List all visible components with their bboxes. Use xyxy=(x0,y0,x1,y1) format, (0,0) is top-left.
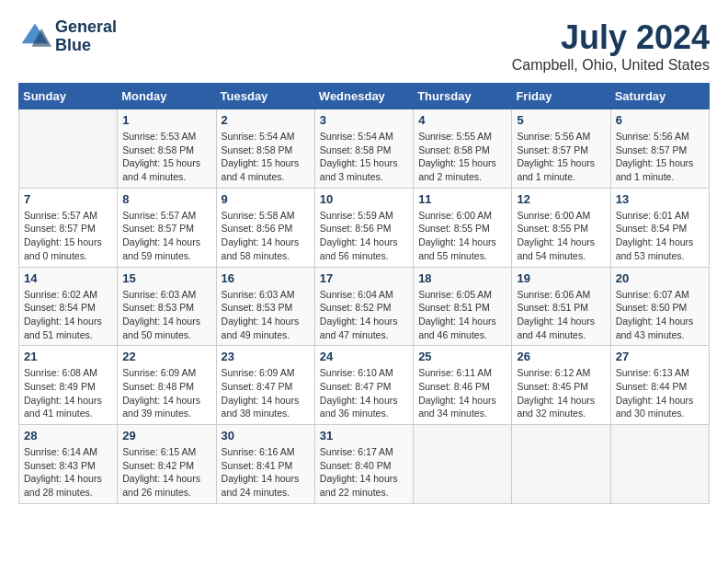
subtitle: Campbell, Ohio, United States xyxy=(512,57,710,74)
calendar-cell: 18Sunrise: 6:05 AM Sunset: 8:51 PM Dayli… xyxy=(414,267,512,346)
day-info: Sunrise: 6:02 AM Sunset: 8:54 PM Dayligh… xyxy=(24,288,112,342)
day-info: Sunrise: 6:04 AM Sunset: 8:52 PM Dayligh… xyxy=(320,288,408,342)
day-info: Sunrise: 6:11 AM Sunset: 8:46 PM Dayligh… xyxy=(418,366,506,420)
day-info: Sunrise: 5:53 AM Sunset: 8:58 PM Dayligh… xyxy=(122,130,210,184)
header-day-tuesday: Tuesday xyxy=(216,84,314,109)
title-block: July 2024 Campbell, Ohio, United States xyxy=(512,18,710,74)
calendar-cell: 15Sunrise: 6:03 AM Sunset: 8:53 PM Dayli… xyxy=(118,267,216,346)
day-number: 3 xyxy=(320,113,408,127)
day-info: Sunrise: 6:16 AM Sunset: 8:41 PM Dayligh… xyxy=(222,445,310,500)
header-day-sunday: Sunday xyxy=(19,84,118,109)
day-info: Sunrise: 5:57 AM Sunset: 8:57 PM Dayligh… xyxy=(122,209,210,263)
calendar-cell xyxy=(19,109,118,189)
day-number: 24 xyxy=(320,350,408,363)
day-info: Sunrise: 6:01 AM Sunset: 8:54 PM Dayligh… xyxy=(616,209,704,263)
calendar-cell: 6Sunrise: 5:56 AM Sunset: 8:57 PM Daylig… xyxy=(610,109,709,189)
logo-icon xyxy=(18,20,51,53)
day-number: 27 xyxy=(616,350,704,363)
day-info: Sunrise: 6:03 AM Sunset: 8:53 PM Dayligh… xyxy=(222,288,310,342)
header-day-wednesday: Wednesday xyxy=(314,84,413,109)
day-number: 10 xyxy=(320,192,408,206)
day-number: 29 xyxy=(122,429,210,442)
calendar-week-3: 14Sunrise: 6:02 AM Sunset: 8:54 PM Dayli… xyxy=(19,267,710,346)
calendar-week-2: 7Sunrise: 5:57 AM Sunset: 8:57 PM Daylig… xyxy=(19,188,710,267)
day-number: 15 xyxy=(122,271,210,285)
header-day-friday: Friday xyxy=(512,84,610,109)
day-info: Sunrise: 6:14 AM Sunset: 8:43 PM Dayligh… xyxy=(24,445,112,500)
day-number: 21 xyxy=(24,350,112,363)
calendar-cell: 1Sunrise: 5:53 AM Sunset: 8:58 PM Daylig… xyxy=(118,109,216,189)
day-number: 28 xyxy=(24,429,112,442)
calendar-cell: 11Sunrise: 6:00 AM Sunset: 8:55 PM Dayli… xyxy=(414,188,512,267)
day-number: 20 xyxy=(616,271,704,285)
calendar-cell: 24Sunrise: 6:10 AM Sunset: 8:47 PM Dayli… xyxy=(314,346,413,425)
day-info: Sunrise: 5:57 AM Sunset: 8:57 PM Dayligh… xyxy=(24,209,112,263)
calendar-body: 1Sunrise: 5:53 AM Sunset: 8:58 PM Daylig… xyxy=(19,109,710,504)
calendar-cell: 19Sunrise: 6:06 AM Sunset: 8:51 PM Dayli… xyxy=(512,267,610,346)
calendar-cell: 31Sunrise: 6:17 AM Sunset: 8:40 PM Dayli… xyxy=(314,425,413,504)
day-number: 26 xyxy=(517,350,605,363)
calendar-cell: 22Sunrise: 6:09 AM Sunset: 8:48 PM Dayli… xyxy=(118,346,216,425)
day-number: 6 xyxy=(616,113,704,127)
day-info: Sunrise: 6:00 AM Sunset: 8:55 PM Dayligh… xyxy=(517,209,605,263)
calendar-cell: 12Sunrise: 6:00 AM Sunset: 8:55 PM Dayli… xyxy=(512,188,610,267)
calendar-cell: 29Sunrise: 6:15 AM Sunset: 8:42 PM Dayli… xyxy=(118,425,216,504)
day-info: Sunrise: 6:09 AM Sunset: 8:48 PM Dayligh… xyxy=(122,366,210,420)
calendar-cell: 25Sunrise: 6:11 AM Sunset: 8:46 PM Dayli… xyxy=(414,346,512,425)
calendar-cell: 16Sunrise: 6:03 AM Sunset: 8:53 PM Dayli… xyxy=(216,267,314,346)
day-info: Sunrise: 6:08 AM Sunset: 8:49 PM Dayligh… xyxy=(24,366,112,420)
calendar-cell xyxy=(414,425,512,504)
main-title: July 2024 xyxy=(512,18,710,57)
calendar-week-1: 1Sunrise: 5:53 AM Sunset: 8:58 PM Daylig… xyxy=(19,109,710,189)
day-number: 13 xyxy=(616,192,704,206)
calendar-cell: 14Sunrise: 6:02 AM Sunset: 8:54 PM Dayli… xyxy=(19,267,118,346)
calendar-cell: 21Sunrise: 6:08 AM Sunset: 8:49 PM Dayli… xyxy=(19,346,118,425)
day-info: Sunrise: 5:54 AM Sunset: 8:58 PM Dayligh… xyxy=(320,130,408,184)
day-info: Sunrise: 5:55 AM Sunset: 8:58 PM Dayligh… xyxy=(418,130,506,184)
header-day-monday: Monday xyxy=(118,84,216,109)
day-number: 30 xyxy=(222,429,310,442)
calendar-cell: 13Sunrise: 6:01 AM Sunset: 8:54 PM Dayli… xyxy=(610,188,709,267)
calendar-table: SundayMondayTuesdayWednesdayThursdayFrid… xyxy=(18,83,710,504)
calendar-cell: 10Sunrise: 5:59 AM Sunset: 8:56 PM Dayli… xyxy=(314,188,413,267)
day-number: 11 xyxy=(418,192,506,206)
calendar-header: SundayMondayTuesdayWednesdayThursdayFrid… xyxy=(19,84,710,109)
header-day-thursday: Thursday xyxy=(414,84,512,109)
day-info: Sunrise: 6:15 AM Sunset: 8:42 PM Dayligh… xyxy=(122,445,210,500)
calendar-cell xyxy=(610,425,709,504)
header-row: SundayMondayTuesdayWednesdayThursdayFrid… xyxy=(19,84,710,109)
day-number: 5 xyxy=(517,113,605,127)
day-number: 18 xyxy=(418,271,506,285)
calendar-cell: 8Sunrise: 5:57 AM Sunset: 8:57 PM Daylig… xyxy=(118,188,216,267)
day-info: Sunrise: 5:56 AM Sunset: 8:57 PM Dayligh… xyxy=(616,130,704,184)
calendar-cell: 23Sunrise: 6:09 AM Sunset: 8:47 PM Dayli… xyxy=(216,346,314,425)
day-number: 23 xyxy=(222,350,310,363)
day-info: Sunrise: 6:17 AM Sunset: 8:40 PM Dayligh… xyxy=(320,445,408,500)
day-number: 25 xyxy=(418,350,506,363)
day-info: Sunrise: 6:00 AM Sunset: 8:55 PM Dayligh… xyxy=(418,209,506,263)
day-number: 17 xyxy=(320,271,408,285)
day-info: Sunrise: 6:10 AM Sunset: 8:47 PM Dayligh… xyxy=(320,366,408,420)
calendar-week-5: 28Sunrise: 6:14 AM Sunset: 8:43 PM Dayli… xyxy=(19,425,710,504)
day-info: Sunrise: 6:09 AM Sunset: 8:47 PM Dayligh… xyxy=(222,366,310,420)
day-number: 19 xyxy=(517,271,605,285)
day-info: Sunrise: 6:07 AM Sunset: 8:50 PM Dayligh… xyxy=(616,288,704,342)
day-info: Sunrise: 6:05 AM Sunset: 8:51 PM Dayligh… xyxy=(418,288,506,342)
day-info: Sunrise: 6:12 AM Sunset: 8:45 PM Dayligh… xyxy=(517,366,605,420)
calendar-cell: 28Sunrise: 6:14 AM Sunset: 8:43 PM Dayli… xyxy=(19,425,118,504)
day-number: 31 xyxy=(320,429,408,442)
calendar-cell: 27Sunrise: 6:13 AM Sunset: 8:44 PM Dayli… xyxy=(610,346,709,425)
logo: General Blue xyxy=(18,18,117,55)
day-info: Sunrise: 5:54 AM Sunset: 8:58 PM Dayligh… xyxy=(222,130,310,184)
calendar-cell: 7Sunrise: 5:57 AM Sunset: 8:57 PM Daylig… xyxy=(19,188,118,267)
header-day-saturday: Saturday xyxy=(610,84,709,109)
calendar-cell xyxy=(512,425,610,504)
page-header: General Blue July 2024 Campbell, Ohio, U… xyxy=(18,18,710,74)
day-number: 16 xyxy=(222,271,310,285)
day-info: Sunrise: 6:03 AM Sunset: 8:53 PM Dayligh… xyxy=(122,288,210,342)
calendar-cell: 26Sunrise: 6:12 AM Sunset: 8:45 PM Dayli… xyxy=(512,346,610,425)
calendar-cell: 9Sunrise: 5:58 AM Sunset: 8:56 PM Daylig… xyxy=(216,188,314,267)
calendar-cell: 20Sunrise: 6:07 AM Sunset: 8:50 PM Dayli… xyxy=(610,267,709,346)
day-info: Sunrise: 5:58 AM Sunset: 8:56 PM Dayligh… xyxy=(222,209,310,263)
day-number: 2 xyxy=(222,113,310,127)
